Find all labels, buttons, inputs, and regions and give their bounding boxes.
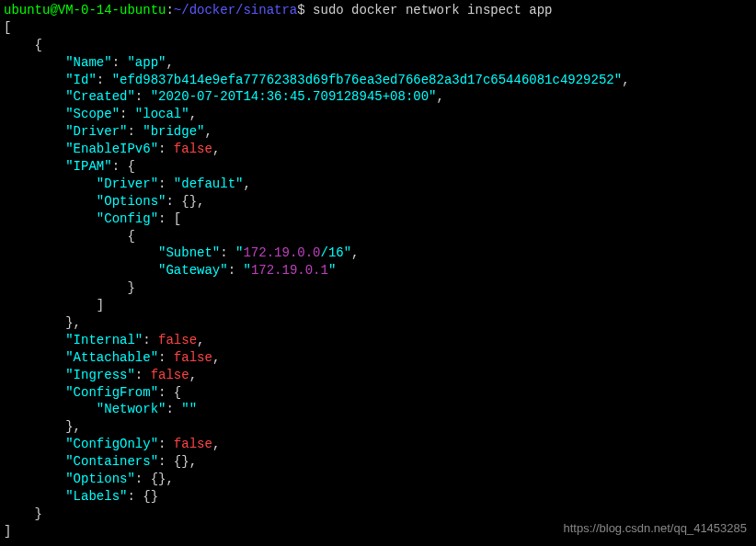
ipam-key: "IPAM" <box>65 159 111 174</box>
json-line <box>4 142 65 156</box>
network-key: "Network" <box>97 402 166 416</box>
id-key: "Id" <box>65 73 97 87</box>
gateway-q: " <box>243 263 250 278</box>
brace-close: } <box>4 506 42 521</box>
json-line <box>4 333 65 347</box>
json-line <box>4 437 65 451</box>
scope-val: "local" <box>135 107 189 121</box>
json-line <box>4 245 158 260</box>
enableipv6-key: "EnableIPv6" <box>65 142 158 156</box>
configfrom-key: "ConfigFrom" <box>65 385 158 400</box>
name-key: "Name" <box>65 55 111 70</box>
json-line <box>4 55 65 70</box>
json-line <box>4 159 65 174</box>
prompt-path: ~/docker/sinatra <box>174 3 297 17</box>
json-line <box>4 176 97 191</box>
prompt-sep1: : <box>166 3 173 17</box>
labels-key: "Labels" <box>65 489 127 504</box>
json-line <box>4 402 97 416</box>
prompt-user-host: ubuntu@VM-0-14-ubuntu <box>4 3 166 17</box>
bracket-close: ] <box>4 524 11 539</box>
subnet-ip: 172.19.0.0 <box>243 245 320 260</box>
command-text: sudo docker network inspect app <box>313 3 552 17</box>
driver-key: "Driver" <box>65 124 127 139</box>
driver-val: "bridge" <box>143 124 204 139</box>
terminal-output[interactable]: ubuntu@VM-0-14-ubuntu:~/docker/sinatra$ … <box>4 2 752 540</box>
json-line <box>4 472 65 486</box>
false-val: false <box>158 333 197 347</box>
json-line: }, <box>4 419 81 434</box>
id-val: "efd9837b414e9efa77762383d69fb76ea3ed766… <box>112 73 623 87</box>
false-val: false <box>174 350 212 365</box>
json-line: } <box>4 280 135 295</box>
json-line <box>4 211 97 226</box>
attachable-key: "Attachable" <box>65 350 158 365</box>
json-line <box>4 385 65 400</box>
ipam-driver-key: "Driver" <box>97 176 158 191</box>
options-key: "Options" <box>65 472 135 486</box>
json-line <box>4 263 158 278</box>
bracket-open: [ <box>4 20 11 35</box>
network-val: "" <box>181 402 197 416</box>
false-val: false <box>151 368 189 382</box>
json-line <box>4 368 65 382</box>
json-line <box>4 489 65 504</box>
json-line <box>4 350 65 365</box>
json-line <box>4 194 97 209</box>
subnet-suffix: /16" <box>320 245 351 260</box>
json-line <box>4 124 65 139</box>
gateway-ip: 172.19.0.1 <box>251 263 328 278</box>
ipam-driver-val: "default" <box>174 176 244 191</box>
configonly-key: "ConfigOnly" <box>65 437 158 451</box>
brace-open: { <box>4 38 42 52</box>
json-line: ] <box>4 298 104 313</box>
prompt-sep2: $ <box>297 3 313 17</box>
scope-key: "Scope" <box>65 107 120 121</box>
json-line: { <box>4 229 135 244</box>
false-val: false <box>174 142 212 156</box>
created-key: "Created" <box>65 89 135 104</box>
name-val: "app" <box>127 55 166 70</box>
ipam-options-key: "Options" <box>97 194 166 209</box>
json-line <box>4 73 65 87</box>
gateway-end: " <box>328 263 336 278</box>
ipam-config-key: "Config" <box>97 211 158 226</box>
ingress-key: "Ingress" <box>65 368 135 382</box>
json-line: }, <box>4 315 81 330</box>
subnet-key: "Subnet" <box>158 245 220 260</box>
containers-key: "Containers" <box>65 454 158 469</box>
json-line <box>4 107 65 121</box>
json-line <box>4 454 65 469</box>
created-val: "2020-07-20T14:36:45.709128945+08:00" <box>151 89 437 104</box>
json-line <box>4 89 65 104</box>
watermark-text: https://blog.csdn.net/qq_41453285 <box>564 520 748 537</box>
internal-key: "Internal" <box>65 333 143 347</box>
false-val: false <box>174 437 212 451</box>
gateway-key: "Gateway" <box>158 263 228 278</box>
